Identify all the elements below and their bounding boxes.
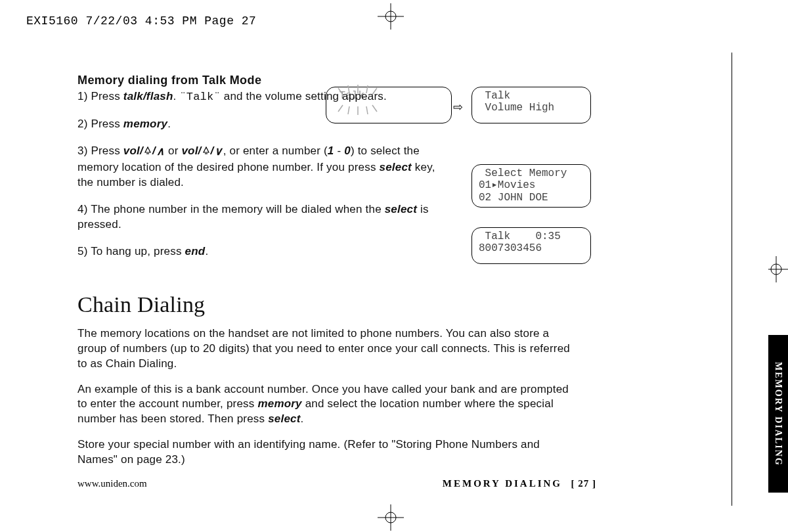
step-1: 1) Press talk/flash. ¨Talk¨ and the volu…	[77, 89, 445, 105]
text: and the volume setting appears.	[221, 90, 387, 102]
page-content: Memory dialing from Talk Mode 1) Press t…	[77, 72, 596, 478]
registration-mark-side	[768, 256, 788, 285]
text: .	[205, 245, 208, 257]
digit-0: 0	[344, 144, 351, 157]
step-5: 5) To hang up, press end.	[77, 244, 445, 259]
ringer-icon	[202, 145, 210, 160]
key-vol-up: vol//∧	[123, 144, 165, 157]
step-4: 4) The phone number in the memory will b…	[77, 202, 445, 233]
lcd-word-talk: ¨Talk¨	[179, 91, 220, 103]
registration-mark-bottom	[378, 504, 404, 531]
step-3: 3) Press vol//∧ or vol//∨, or enter a nu…	[77, 144, 445, 190]
chevron-down-icon: ∨	[214, 144, 222, 160]
key-select: select	[268, 412, 300, 425]
page-number: [ 27 ]	[571, 478, 597, 489]
key-select: select	[385, 203, 417, 215]
text: 3) Press	[77, 144, 123, 157]
key-vol-down: vol//∨	[181, 144, 223, 157]
chevron-up-icon: ∧	[156, 144, 164, 160]
text: .	[167, 118, 171, 130]
text: or	[165, 144, 181, 157]
key-memory: memory	[257, 397, 301, 410]
side-tab-label: MEMORY DIALING	[768, 335, 788, 493]
text: .	[301, 412, 304, 425]
section-chain-dialing-title: Chain Dialing	[77, 290, 596, 320]
paragraph: The memory locations on the handset are …	[77, 326, 577, 372]
prepress-header: EXI5160 7/22/03 4:53 PM Page 27	[26, 14, 256, 28]
footer-section-label: MEMORY DIALING [ 27 ]	[443, 478, 596, 489]
section-heading: Memory dialing from Talk Mode	[77, 72, 596, 88]
key-memory: memory	[123, 118, 167, 130]
text: 5) To hang up, press	[77, 245, 185, 257]
paragraph: An example of this is a bank account num…	[77, 382, 577, 428]
text: , or enter a number (	[223, 144, 328, 157]
text: 1) Press	[77, 90, 123, 102]
paragraph: Store your special number with an identi…	[77, 437, 577, 468]
registration-mark-top	[378, 3, 404, 30]
margin-rule	[732, 53, 732, 506]
text: MEMORY DIALING	[443, 478, 562, 489]
text: .	[173, 90, 180, 102]
digit-1: 1	[328, 144, 334, 157]
key-end: end	[185, 245, 206, 257]
step-2: 2) Press memory.	[77, 117, 445, 132]
key-talk-flash: talk/flash	[123, 90, 173, 102]
ringer-icon	[144, 145, 152, 160]
text: 4) The phone number in the memory will b…	[77, 203, 385, 215]
footer-url: www.uniden.com	[77, 478, 147, 489]
text: 2) Press	[77, 118, 123, 130]
page-footer: www.uniden.com MEMORY DIALING [ 27 ]	[77, 478, 596, 489]
key-select: select	[380, 161, 412, 173]
text: -	[334, 144, 345, 157]
